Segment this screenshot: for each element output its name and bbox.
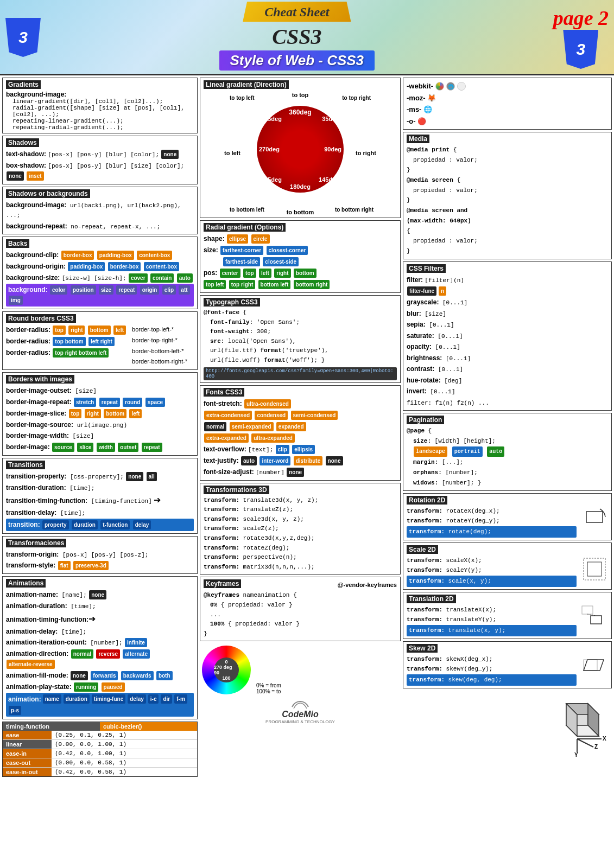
svg-rect-0 [586, 512, 603, 522]
rotation-diagram [581, 506, 608, 533]
origin-tag: origin [140, 285, 160, 295]
none-fill-tag: none [71, 671, 88, 680]
skew-diagram [581, 654, 608, 681]
ease-in-out-value: (0.42, 0.0, 0.58, 1) [52, 768, 130, 776]
linear-label: linear [3, 740, 52, 749]
paused-tag: paused [102, 682, 125, 692]
media-section: Media @media print { propiedad : valor; … [403, 132, 612, 259]
delay-tag: delay [133, 520, 151, 529]
right-column: -webkit- 🌐 -moz- 🦊 -ms- 🌐 -o- 🔴 Media @m… [403, 78, 612, 760]
bottom-left-pos-tag: bottom left [258, 280, 291, 289]
size-tag: size [99, 285, 113, 295]
border-box-tag: border-box [61, 251, 94, 260]
timing-row-ease-in-out: ease-in-out (0.42, 0.0, 0.58, 1) [3, 768, 197, 776]
chrome-icon [435, 82, 444, 91]
border-bottom-right: border-bottom-right-* [132, 356, 187, 367]
linear-value: (0.00, 0.0, 1.00, 1) [52, 740, 130, 749]
transformations-3d-title: Transformations 3D [204, 486, 269, 494]
shadows-bg-title: Shadows or backgrounds [6, 189, 90, 198]
svg-rect-1 [587, 562, 602, 576]
condensed-tag: condensed [255, 411, 288, 420]
ultra-condensed-tag: ultra-condensed [244, 399, 291, 409]
dur-anim-tag: duration [64, 694, 90, 704]
bottom-pos-tag: bottom [294, 269, 317, 278]
transitions-title: Transitions [6, 461, 45, 469]
svg-rect-3 [582, 606, 593, 614]
border-top-left: border-top-left-* [132, 324, 187, 335]
clip-tag: clip [162, 285, 176, 295]
to-bottom-left-label: to bottom left [230, 207, 264, 213]
ease-out-value: (0.00, 0.0, 0.58, 1) [52, 758, 130, 767]
right-tag2: right [85, 409, 101, 418]
css-logo-right: 3 [563, 30, 598, 69]
ease-in-value: (0.42, 0.0, 1.00, 1) [52, 749, 130, 758]
ease-value: (0.25, 0.1, 0.25, 1) [52, 731, 130, 739]
transitions-section: Transitions transition-property: [css-pr… [2, 458, 198, 534]
cube-area: Y Z X [403, 691, 612, 760]
css-logo-left: 3 [5, 18, 41, 57]
center-pos-tag: center [220, 269, 240, 278]
extra-condensed-tag: extra-condensed [204, 411, 252, 420]
radial-gradient-section: Radial gradient (Options) shape: ellipse… [200, 220, 401, 293]
auto-just-tag: auto [241, 456, 257, 465]
trbl-tag: top right bottom left [53, 348, 109, 358]
auto-page-tag: auto [487, 446, 504, 457]
border-bottom-left: border-bottom-left-* [132, 346, 187, 357]
both-tag: both [156, 671, 173, 680]
all-tr-tag: all [147, 472, 157, 481]
gradients-section: Gradients background-image: linear-gradi… [2, 78, 198, 133]
keyframes-section: Keyframes @-vendor-keyframes @keyframes … [200, 577, 401, 641]
transformaciones-title: Transformaciones [6, 539, 66, 547]
repeat-tag3: repeat [142, 443, 162, 452]
translation-2d-title: Translation 2D [407, 595, 456, 603]
right-tag: right [68, 326, 85, 335]
deg180: 180deg [290, 183, 311, 190]
css-filters-section: CSS Filters filter: [filter](n) filter-f… [403, 261, 612, 411]
backs-title: Backs [6, 239, 29, 248]
o-label: -o- 🔴 [407, 116, 608, 127]
portrait-tag: portrait [452, 446, 483, 457]
bottom-right-pos-tag: bottom right [294, 280, 330, 289]
svg-text:Y: Y [574, 752, 578, 758]
deg145: 145deg [319, 176, 339, 183]
google-fonts-url: http://fonts.googleapis.com/css?family=O… [204, 367, 397, 380]
fonts-title: Fonts CSS3 [204, 388, 244, 397]
ease-out-label: ease-out [3, 758, 52, 767]
n-tag: n [439, 286, 446, 296]
deg215: 215deg [261, 176, 282, 183]
padding-box-tag2: padding-box [68, 262, 105, 271]
distribute-tag: distribute [294, 456, 323, 465]
semi-condensed-tag: semi-condensed [291, 411, 338, 420]
alternate-tag: alternate [123, 649, 150, 659]
transformaciones-section: Transformaciones transform-origin: [pos-… [2, 536, 198, 575]
radial-gradient-title: Radial gradient (Options) [204, 223, 286, 232]
none-tr-tag: none [126, 472, 143, 481]
borders-images-section: Borders with images border-image-outset:… [2, 372, 198, 456]
cheat-banner: Cheat Sheet [264, 5, 329, 19]
dir-anim-tag: dir [161, 694, 172, 704]
leftright-tag: left right [88, 337, 115, 346]
none-tag2: none [7, 171, 24, 181]
content-box-tag: content-box [137, 251, 172, 260]
top-tag: top [53, 326, 66, 335]
lineal-gradient-section: Lineal gradient (Direction) to top to bo… [200, 78, 401, 218]
farthest-side-tag: farthest-side [223, 257, 260, 266]
cube-svg: Y Z X [545, 693, 610, 758]
ic-anim-tag: i-c [148, 694, 159, 704]
steam-icon [289, 699, 311, 710]
border-top-right: border-top-right-* [132, 335, 187, 346]
pagination-title: Pagination [407, 416, 444, 424]
gradient-lines: linear-gradient([dir], [col1], [col2]...… [12, 98, 194, 131]
to-top-left-label: to top left [230, 95, 255, 101]
color-wheel-area: 0 270 deg 90 180 0% = from 100% = to [200, 643, 401, 697]
css-filters-title: CSS Filters [407, 264, 446, 273]
color-tag: color [50, 285, 67, 295]
to-top-right-label: to top right [342, 95, 371, 101]
timing-header: timing-function [3, 722, 100, 731]
none-tag: none [161, 150, 179, 159]
translation-2d-section: Translation 2D transform: translateX(x);… [403, 592, 612, 639]
timing-row-ease: ease (0.25, 0.1, 0.25, 1) [3, 731, 197, 740]
to-bottom-right-label: to bottom right [335, 207, 374, 213]
svg-rect-4 [591, 616, 602, 624]
gradients-title: Gradients [6, 80, 41, 89]
